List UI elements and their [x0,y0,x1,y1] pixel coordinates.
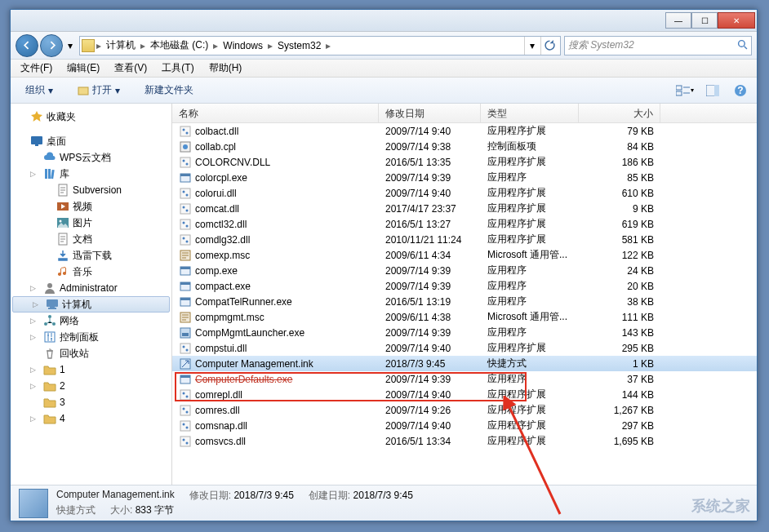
file-row[interactable]: comsvcs.dll2016/5/1 13:34应用程序扩展1,695 KB [172,433,757,449]
file-row[interactable]: comctl32.dll2016/5/1 13:27应用程序扩展619 KB [172,216,757,232]
tree-item[interactable]: 3 [11,394,171,410]
tree-item[interactable]: 图片 [11,215,171,231]
file-list[interactable]: colbact.dll2009/7/14 9:40应用程序扩展79 KBcoll… [172,123,757,485]
expand-icon[interactable]: ▷ [30,284,40,292]
tree-item[interactable]: 迅雷下载 [11,247,171,264]
chevron-icon[interactable]: ▸ [213,40,218,51]
breadcrumb-box[interactable]: ▸ 计算机▸本地磁盘 (C:)▸Windows▸System32▸ ▾ [79,36,561,55]
file-row[interactable]: comsnap.dll2009/7/14 9:40应用程序扩展297 KB [172,418,757,433]
chevron-icon[interactable]: ▸ [326,40,331,51]
file-type: 控制面板项 [481,139,579,154]
menu-item[interactable]: 文件(F) [14,60,59,77]
file-row[interactable]: ComputerDefaults.exe2009/7/14 9:39应用程序37… [172,371,757,387]
file-row[interactable]: compstui.dll2009/7/14 9:40应用程序扩展295 KB [172,340,757,356]
breadcrumb-item[interactable]: System32 [274,38,324,53]
file-row[interactable]: compact.exe2009/7/14 9:39应用程序20 KB [172,278,757,294]
file-size: 295 KB [579,342,660,355]
breadcrumb-item[interactable]: Windows [220,38,266,53]
file-row[interactable]: colbact.dll2009/7/14 9:40应用程序扩展79 KB [172,123,757,139]
organize-button[interactable]: 组织 ▾ [17,80,61,100]
watermark: 系统之家 [691,496,750,516]
menu-item[interactable]: 帮助(H) [202,60,249,77]
minimize-button[interactable]: — [665,12,691,29]
file-row[interactable]: Computer Management.ink2018/7/3 9:45快捷方式… [172,356,757,371]
search-placeholder: 搜索 System32 [568,38,737,52]
file-row[interactable]: comdlg32.dll2010/11/21 11:24应用程序扩展581 KB [172,232,757,247]
folder-icon [43,412,56,425]
back-button[interactable] [16,34,38,57]
menu-bar: 文件(F)编辑(E)查看(V)工具(T)帮助(H) [11,60,757,78]
expand-icon[interactable]: ▷ [30,382,40,390]
help-button[interactable]: ? [731,81,750,100]
expand-icon[interactable]: ▷ [30,317,40,325]
selected-file-icon [19,489,48,518]
expand-icon[interactable]: ▷ [30,366,40,374]
tree-item[interactable]: ▷控制面板 [11,329,171,345]
column-headers[interactable]: 名称 修改日期 类型 大小 [172,104,757,123]
file-row[interactable]: comp.exe2009/7/14 9:39应用程序24 KB [172,263,757,278]
file-row[interactable]: comcat.dll2017/4/17 23:37应用程序扩展9 KB [172,201,757,216]
tree-item[interactable]: ▷1 [11,361,171,378]
breadcrumb-item[interactable]: 本地磁盘 (C:) [147,37,211,54]
menu-item[interactable]: 编辑(E) [60,60,106,77]
status-filetype: 快捷方式 [56,503,96,517]
forward-button[interactable] [40,34,63,57]
svg-rect-12 [51,170,55,179]
column-name[interactable]: 名称 [172,104,379,122]
tree-item[interactable]: ▷Administrator [11,280,171,296]
file-row[interactable]: comrepl.dll2009/7/14 9:40应用程序扩展144 KB [172,387,757,402]
tree-item[interactable]: 文档 [11,231,171,247]
tree-item[interactable]: ▷2 [11,378,171,394]
file-row[interactable]: comexp.msc2009/6/11 4:34Microsoft 通用管...… [172,247,757,263]
expand-icon[interactable]: ▷ [30,170,40,178]
menu-item[interactable]: 工具(T) [155,60,200,77]
tree-item[interactable]: ▷计算机 [12,296,170,313]
titlebar[interactable]: — ☐ ✕ [11,10,757,32]
file-row[interactable]: comres.dll2009/7/14 9:26应用程序扩展1,267 KB [172,402,757,418]
file-row[interactable]: collab.cpl2009/7/14 9:38控制面板项84 KB [172,139,757,154]
search-input[interactable]: 搜索 System32 [564,36,752,55]
file-size: 1,695 KB [579,435,660,448]
file-row[interactable]: CompatTelRunner.exe2016/5/1 13:19应用程序38 … [172,294,757,309]
column-type[interactable]: 类型 [481,104,579,122]
tree-item[interactable]: 收藏夹 [11,109,171,125]
view-options-button[interactable]: ▾ [675,81,695,100]
tree-item[interactable]: 回收站 [11,345,171,361]
chevron-icon[interactable]: ▸ [96,40,101,51]
file-row[interactable]: COLORCNV.DLL2016/5/1 13:35应用程序扩展186 KB [172,154,757,170]
file-row[interactable]: compmgmt.msc2009/6/11 4:38Microsoft 通用管.… [172,309,757,325]
tree-item[interactable]: 音乐 [11,264,171,280]
expand-icon[interactable]: ▷ [30,333,40,341]
file-row[interactable]: CompMgmtLauncher.exe2009/7/14 9:39应用程序14… [172,325,757,340]
address-dropdown[interactable]: ▾ [524,37,539,55]
tree-item[interactable]: 桌面 [11,133,171,149]
close-button[interactable]: ✕ [718,12,755,29]
tree-item[interactable]: WPS云文档 [11,149,171,166]
tree-item[interactable]: 视频 [11,198,171,215]
refresh-button[interactable] [540,37,558,55]
file-row[interactable]: colorui.dll2009/7/14 9:40应用程序扩展610 KB [172,185,757,201]
preview-pane-button[interactable] [703,81,722,100]
tree-item[interactable]: Subversion [11,182,171,198]
file-row[interactable]: colorcpl.exe2009/7/14 9:39应用程序85 KB [172,170,757,185]
column-date[interactable]: 修改日期 [379,104,481,122]
column-size[interactable]: 大小 [579,104,660,122]
nav-history-dropdown[interactable]: ▾ [64,34,76,57]
file-name: comsvcs.dll [195,436,246,447]
navigation-tree[interactable]: 收藏夹桌面WPS云文档▷库Subversion视频图片文档迅雷下载音乐▷Admi… [11,104,172,485]
svg-rect-47 [180,235,190,245]
tree-item[interactable]: ▷网络 [11,313,171,329]
new-folder-button[interactable]: 新建文件夹 [136,80,202,100]
expand-icon[interactable]: ▷ [33,300,42,308]
open-button[interactable]: 打开 ▾ [69,80,128,100]
svg-point-34 [183,159,185,162]
file-size: 79 KB [579,125,660,138]
expand-icon[interactable]: ▷ [30,415,40,423]
breadcrumb-item[interactable]: 计算机 [103,37,139,54]
menu-item[interactable]: 查看(V) [108,60,153,77]
chevron-icon[interactable]: ▸ [268,40,273,51]
maximize-button[interactable]: ☐ [691,12,718,29]
tree-item[interactable]: ▷库 [11,166,171,182]
tree-item[interactable]: ▷4 [11,410,171,427]
chevron-icon[interactable]: ▸ [140,40,145,51]
